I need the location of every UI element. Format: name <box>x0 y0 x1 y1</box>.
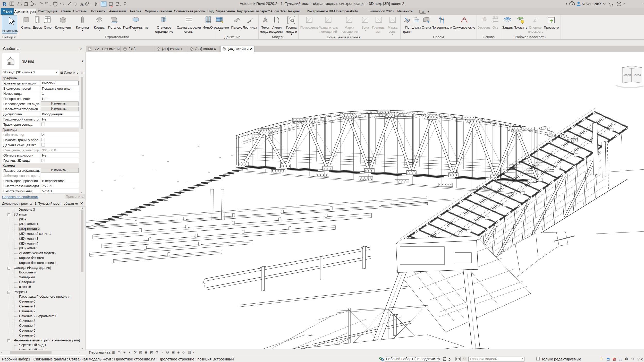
svg-text:Слева: Слева <box>633 73 641 76</box>
svg-text:?: ? <box>618 2 620 6</box>
svg-text:A: A <box>263 16 268 23</box>
svg-text:NeveusNoX: NeveusNoX <box>582 2 602 6</box>
svg-text::0: :0 <box>448 358 451 361</box>
svg-text:Сзади: Сзади <box>623 73 631 76</box>
